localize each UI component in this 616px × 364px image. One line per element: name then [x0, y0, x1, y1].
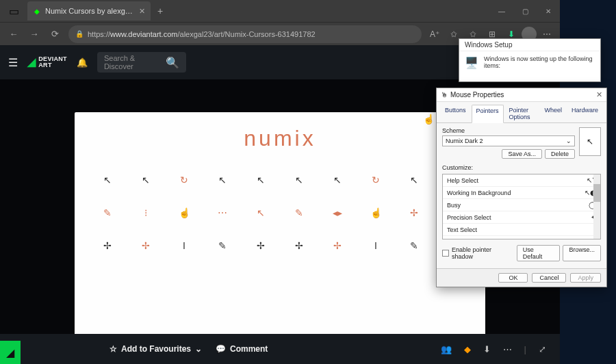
tab-hardware[interactable]: Hardware: [567, 105, 602, 122]
search-input[interactable]: Search & Discover 🔍: [97, 52, 186, 73]
mouse-icon: 🖱: [441, 91, 448, 99]
action-bar: ◢ ☆ Add to Favourites ⌄ 💬 Comment 👥 ◆ ⬇ …: [0, 334, 560, 364]
mouse-properties-dialog: 🖱 Mouse Properties ✕ Buttons Pointers Po…: [436, 88, 607, 287]
actionbar-more-icon[interactable]: ⋯: [503, 344, 512, 354]
browse-button[interactable]: Browse...: [563, 245, 601, 261]
hamburger-icon[interactable]: ☰: [8, 56, 18, 69]
comment-button[interactable]: 💬 Comment: [216, 344, 268, 354]
tab-title: Numix Cursors by alexgal23 on: [45, 7, 135, 15]
forward-button[interactable]: →: [25, 25, 44, 44]
mouse-titlebar: 🖱 Mouse Properties ✕: [437, 88, 606, 102]
scrollbar[interactable]: [593, 174, 600, 239]
tabs-menu-icon[interactable]: ▭: [3, 1, 25, 21]
dialog-buttons: OK Cancel Apply: [437, 268, 606, 287]
apply-button[interactable]: Apply: [570, 273, 601, 283]
reader-icon[interactable]: A⁺: [426, 29, 444, 39]
numix-title: numix: [244, 126, 316, 151]
close-button[interactable]: ✕: [537, 1, 560, 21]
refresh-button[interactable]: ⟳: [45, 25, 64, 44]
titlebar: ▭ ◆ Numix Cursors by alexgal23 on ✕ + — …: [0, 0, 560, 22]
customize-label: Customize:: [442, 164, 601, 171]
list-item: Busy◯: [443, 199, 600, 211]
tab-pointer-options[interactable]: Pointer Options: [505, 105, 539, 122]
save-as-button[interactable]: Save As...: [502, 149, 542, 159]
mouse-close-button[interactable]: ✕: [596, 90, 602, 99]
cursor-list[interactable]: Help Select↖? Working In Background↖◐ Bu…: [442, 174, 601, 239]
comment-icon: 💬: [216, 344, 226, 354]
diamond-icon[interactable]: ◆: [464, 344, 471, 354]
scheme-dropdown[interactable]: Numix Dark 2 ⌄: [442, 135, 575, 146]
chevron-down-icon: ⌄: [566, 138, 572, 144]
extensions-icon[interactable]: ⊞: [483, 29, 501, 39]
shadow-label: Enable pointer shadow: [452, 246, 514, 260]
cursor-grid: ↖↖↻↖↖ ↖↖↻↖↖ ✎⁝☝⋯↖ ✎◂▸☝✢⇕ ✢✢I✎✢ ✢✢I✎✢: [95, 173, 465, 252]
setup-text: Windows is now setting up the following …: [484, 55, 595, 69]
maximize-button[interactable]: ▢: [513, 1, 537, 21]
cursor-preview: ↖: [579, 127, 601, 156]
mouse-title-text: Mouse Properties: [450, 91, 504, 99]
hand-cursor-icon: ☝: [423, 114, 435, 125]
tab-buttons[interactable]: Buttons: [441, 105, 470, 122]
window-controls: — ▢ ✕: [490, 1, 560, 21]
url-text: https://www.deviantart.com/alexgal23/art…: [88, 30, 415, 38]
download-icon[interactable]: ⬇: [483, 344, 491, 354]
search-icon: 🔍: [166, 56, 179, 69]
browser-tab[interactable]: ◆ Numix Cursors by alexgal23 on ✕: [27, 1, 151, 21]
downloads-icon[interactable]: ⬇: [502, 29, 520, 39]
url-input[interactable]: 🔒 https://www.deviantart.com/alexgal23/a…: [68, 25, 422, 43]
back-button[interactable]: ←: [4, 25, 23, 44]
minimize-button[interactable]: —: [490, 1, 513, 21]
deviantart-tab[interactable]: ◢: [0, 341, 21, 364]
logo-mark-icon: ◢: [27, 57, 36, 68]
delete-button[interactable]: Delete: [545, 149, 575, 159]
shadow-checkbox[interactable]: [442, 250, 449, 257]
list-item: Working In Background↖◐: [443, 187, 600, 199]
search-placeholder: Search & Discover: [104, 54, 160, 70]
windows-setup-dialog: Windows Setup 🖥️ Windows is now setting …: [459, 38, 601, 82]
use-default-button[interactable]: Use Default: [517, 245, 561, 261]
add-favourites-button[interactable]: ☆ Add to Favourites ⌄: [110, 344, 202, 354]
deviantart-logo[interactable]: ◢ DEVIANTART: [27, 56, 67, 68]
expand-icon[interactable]: ⤢: [539, 344, 546, 354]
tab-wheel[interactable]: Wheel: [540, 105, 566, 122]
mouse-tabs: Buttons Pointers Pointer Options Wheel H…: [437, 102, 606, 123]
setup-title: Windows Setup: [459, 39, 600, 51]
list-item: Text SelectI: [443, 224, 600, 236]
cancel-button[interactable]: Cancel: [532, 273, 566, 283]
setup-icon: 🖥️: [465, 56, 478, 69]
more-icon[interactable]: ⋯: [538, 29, 556, 39]
artwork-image[interactable]: numix ↖↖↻↖↖ ↖↖↻↖↖ ✎⁝☝⋯↖ ✎◂▸☝✢⇕ ✢✢I✎✢ ✢✢I…: [75, 112, 485, 359]
list-item: Precision Select✦: [443, 211, 600, 224]
deviantart-favicon: ◆: [33, 6, 41, 16]
bell-icon[interactable]: 🔔: [77, 57, 88, 68]
new-tab-button[interactable]: +: [151, 5, 170, 16]
lock-icon: 🔒: [75, 30, 84, 38]
people-icon[interactable]: 👥: [441, 344, 452, 354]
list-item: Help Select↖?: [443, 174, 600, 187]
scheme-value: Numix Dark 2: [446, 138, 483, 144]
favorite-icon[interactable]: ✩: [445, 29, 463, 39]
ok-button[interactable]: OK: [498, 273, 528, 283]
star-icon: ☆: [110, 344, 117, 354]
scroll-thumb[interactable]: [593, 184, 600, 202]
scheme-label: Scheme: [442, 127, 575, 134]
collections-icon[interactable]: ✩: [464, 29, 482, 39]
tab-strip: ▭ ◆ Numix Cursors by alexgal23 on ✕ +: [0, 0, 170, 22]
chevron-down-icon: ⌄: [195, 344, 202, 354]
tab-pointers[interactable]: Pointers: [472, 105, 504, 123]
tab-close-icon[interactable]: ✕: [139, 7, 145, 16]
